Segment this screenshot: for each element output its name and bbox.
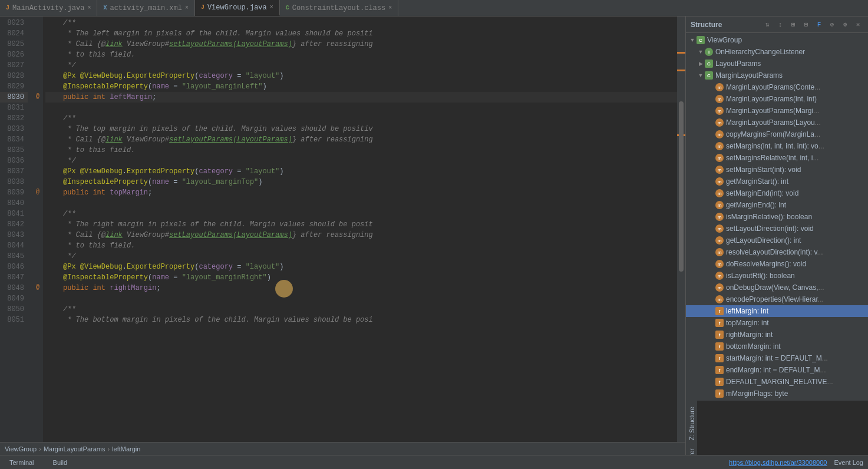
gutter-cell	[32, 133, 43, 144]
code-line: /**	[45, 113, 677, 124]
structure-panel: Structure ⇅ ↕ ⊞ ⊟ F ⊘ ⚙ ✕ C ViewGroup	[685, 16, 868, 401]
tree-arrow	[707, 201, 715, 209]
tree-arrow[interactable]	[697, 60, 705, 68]
tree-item-viewgroup[interactable]: C ViewGroup	[686, 34, 868, 46]
tree-arrow	[707, 83, 715, 91]
close-btn[interactable]: ✕	[853, 19, 863, 30]
tree-icon-method: m	[715, 166, 724, 174]
tree-item[interactable]: f endMargin: int = DEFAULT_M...	[686, 364, 868, 376]
tab-mainactivity[interactable]: J MainActivity.java ×	[0, 0, 97, 16]
tab-viewgroup[interactable]: J ViewGroup.java ×	[195, 0, 280, 16]
tree-icon-method: m	[715, 95, 724, 103]
sort-btn2[interactable]: ↕	[775, 19, 786, 30]
tree-item[interactable]: m MarginLayoutParams(Margi...	[686, 105, 868, 117]
line-num: 8032	[0, 113, 28, 124]
scrollbar[interactable]	[677, 16, 685, 442]
tree-item[interactable]: f mMarginFlags: byte	[686, 388, 868, 399]
tab-close[interactable]: ×	[87, 5, 91, 11]
tree-item[interactable]: f DEFAULT_MARGIN_RELATIVE...	[686, 376, 868, 388]
gutter-cell	[32, 80, 43, 91]
tree-item[interactable]: f startMargin: int = DEFAULT_M...	[686, 352, 868, 364]
tree-item-layoutparams[interactable]: C LayoutParams	[686, 58, 868, 70]
tree-item[interactable]: m encodeProperties(ViewHierar...	[686, 293, 868, 305]
tree-item[interactable]: m MarginLayoutParams(int, int)	[686, 93, 868, 105]
tree-arrow	[707, 272, 715, 280]
tree-item[interactable]: m copyMarginsFrom(MarginLa...	[686, 128, 868, 140]
tree-arrow[interactable]	[697, 71, 705, 80]
tree-label: setMarginEnd(int): void	[726, 189, 866, 197]
collapse-btn[interactable]: ⊟	[801, 19, 811, 30]
tree-item[interactable]: m resolveLayoutDirection(int): v...	[686, 246, 868, 258]
code-line: * to this field.	[45, 49, 677, 60]
tree-item[interactable]: f bottomMargin: int	[686, 341, 868, 352]
tree-item[interactable]: m getMarginStart(): int	[686, 176, 868, 187]
code-lines[interactable]: /** * The left margin in pixels of the c…	[43, 16, 677, 442]
tree-item[interactable]: m setMarginStart(int): void	[686, 164, 868, 176]
tab-close[interactable]: ×	[185, 5, 189, 11]
tree-item[interactable]: m doResolveMargins(): void	[686, 258, 868, 270]
breadcrumb-item[interactable]: leftMargin	[112, 445, 140, 453]
line-num: 8031	[0, 103, 28, 113]
filter-btn[interactable]: F	[814, 19, 824, 30]
tree-item[interactable]: m onDebugDraw(View, Canvas,...	[686, 282, 868, 293]
gutter-cell	[32, 218, 43, 229]
tab-activity-xml[interactable]: X activity_main.xml ×	[97, 0, 194, 16]
side-tab-z-structure[interactable]: Z: Structure	[687, 403, 697, 444]
tree-arrow	[707, 154, 715, 162]
breadcrumb-sep: ›	[107, 445, 110, 453]
tree-item[interactable]: f topMargin: int	[686, 317, 868, 329]
breadcrumb-item[interactable]: ViewGroup	[5, 445, 37, 453]
tree-item[interactable]: m MarginLayoutParams(Layou...	[686, 117, 868, 128]
tab-close[interactable]: ×	[388, 5, 392, 11]
java-icon: J	[6, 5, 9, 11]
tree-item[interactable]: m setMarginsRelative(int, int, i...	[686, 152, 868, 164]
gutter-cell	[32, 101, 43, 112]
tree-label: MarginLayoutParams(int, int)	[726, 95, 866, 103]
tree-arrow[interactable]	[697, 48, 705, 56]
code-line	[45, 198, 677, 209]
tab-constraintlayout[interactable]: C ConstraintLayout.class ×	[280, 0, 398, 16]
tree-item[interactable]: f rightMargin: int	[686, 329, 868, 341]
tree-arrow[interactable]	[688, 36, 697, 44]
gutter-cell	[32, 207, 43, 218]
tree-label: LayoutParams	[715, 60, 866, 68]
filter2-btn[interactable]: ⊘	[827, 19, 837, 30]
expand-btn[interactable]: ⊞	[788, 19, 798, 30]
tree-item[interactable]: m MarginLayoutParams(Conte...	[686, 81, 868, 93]
tree-item[interactable]: m isMarginRelative(): boolean	[686, 211, 868, 223]
tree-item[interactable]: m setMarginEnd(int): void	[686, 187, 868, 199]
tree-label-leftmargin: leftMargin: int	[726, 307, 866, 315]
structure-tree[interactable]: C ViewGroup I OnHierarchyChangeListener …	[686, 33, 868, 401]
side-tab-device-explorer[interactable]: Device File Explorer	[687, 445, 697, 455]
tree-item[interactable]: m setMargins(int, int, int, int): vo...	[686, 140, 868, 152]
build-tab[interactable]: Build	[48, 458, 72, 467]
tree-icon-method: m	[715, 201, 724, 209]
line-num: 8047	[0, 272, 28, 283]
sort-alpha-btn[interactable]: ⇅	[762, 19, 773, 30]
tree-item[interactable]: m setLayoutDirection(int): void	[686, 223, 868, 234]
tree-label: copyMarginsFrom(MarginLa...	[726, 130, 866, 138]
tree-label: getMarginStart(): int	[726, 177, 866, 186]
tree-item[interactable]: m getMarginEnd(): int	[686, 199, 868, 211]
tree-item[interactable]: m isLayoutRtl(): boolean	[686, 270, 868, 282]
scrollbar-thumb[interactable]	[679, 101, 684, 272]
breadcrumb-item[interactable]: MarginLayoutParams	[44, 445, 105, 453]
gutter-cell	[32, 27, 43, 38]
terminal-tab[interactable]: Terminal	[5, 458, 39, 467]
tree-label: MarginLayoutParams	[715, 71, 866, 80]
gutter-cell: @	[32, 282, 43, 292]
code-editor[interactable]: 8023 8024 8025 8026 8027 8028 8029 8030 …	[0, 16, 685, 455]
tree-item[interactable]: m getLayoutDirection(): int	[686, 234, 868, 246]
tab-close[interactable]: ×	[270, 4, 273, 11]
tree-item-marginlayoutparams[interactable]: C MarginLayoutParams	[686, 70, 868, 81]
tree-item-leftmargin[interactable]: f leftMargin: int	[686, 305, 868, 317]
tree-icon-method: m	[715, 213, 724, 221]
settings-btn[interactable]: ⚙	[840, 19, 850, 30]
tree-label: endMargin: int = DEFAULT_M...	[726, 366, 866, 374]
gutter-cell: @	[32, 91, 43, 101]
line-num: 8038	[0, 177, 28, 187]
gutter-cell	[32, 250, 43, 260]
event-log-btn[interactable]: Event Log	[834, 459, 863, 466]
tree-item-onhierarchy[interactable]: I OnHierarchyChangeListener	[686, 46, 868, 58]
url-link[interactable]: https://blog.sdlhp.net/ar/33008000	[729, 459, 827, 466]
